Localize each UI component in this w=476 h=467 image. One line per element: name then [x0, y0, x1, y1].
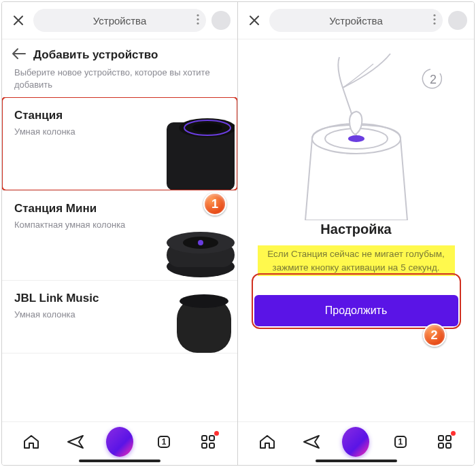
step-indicator: 2 — [420, 67, 447, 94]
header-title: Устройства — [329, 15, 382, 27]
device-name: Станция — [14, 109, 75, 122]
svg-point-25 — [348, 135, 364, 142]
svg-rect-28 — [446, 436, 451, 440]
page-subheader: Добавить устройство — [2, 39, 237, 67]
bottom-nav: 1 — [2, 421, 237, 465]
nav-apps-icon[interactable] — [431, 428, 458, 455]
nav-home-icon[interactable] — [254, 428, 281, 455]
nav-send-icon[interactable] — [62, 428, 89, 455]
step-badge-1: 1 — [203, 192, 226, 215]
svg-rect-17 — [202, 443, 207, 448]
continue-button[interactable]: Продолжить — [254, 295, 458, 326]
setup-illustration-icon — [275, 50, 438, 220]
svg-rect-15 — [202, 436, 207, 440]
nav-assistant-icon[interactable] — [106, 428, 133, 455]
nav-apps-icon[interactable] — [194, 428, 222, 455]
header-pill[interactable]: Устройства — [269, 9, 443, 32]
device-card-station[interactable]: Станция Умная колонка — [2, 97, 237, 190]
device-subtitle: Умная колонка — [14, 309, 99, 319]
svg-point-21 — [433, 22, 435, 24]
setup-hint: Если Станция сейчас не мигает голубым, з… — [258, 245, 455, 276]
nav-tabs-icon[interactable]: 1 — [387, 428, 414, 455]
svg-point-0 — [197, 14, 199, 16]
page-instruction: Выберите новое устройство, которое вы хо… — [2, 67, 237, 97]
tab-count: 1 — [398, 437, 403, 447]
header-title: Устройства — [93, 15, 146, 27]
svg-rect-30 — [446, 443, 451, 448]
nav-home-icon[interactable] — [18, 428, 45, 455]
svg-point-11 — [198, 240, 203, 245]
avatar[interactable] — [448, 11, 467, 30]
svg-rect-18 — [209, 443, 214, 448]
device-card-jbl[interactable]: JBL Link Music Умная колонка — [2, 280, 237, 353]
svg-rect-16 — [209, 436, 214, 440]
svg-point-1 — [197, 18, 199, 20]
device-image — [142, 202, 237, 280]
continue-button-highlight: Продолжить 2 — [254, 276, 458, 326]
svg-rect-27 — [439, 436, 443, 440]
device-card-station-mini[interactable]: Станция Мини Компактная умная колонка — [2, 190, 237, 280]
notification-dot-icon — [214, 431, 219, 436]
close-icon[interactable] — [9, 11, 28, 30]
svg-text:2: 2 — [430, 73, 437, 86]
topbar: Устройства — [238, 2, 474, 39]
svg-point-6 — [192, 123, 222, 133]
setup-title: Настройка — [320, 222, 391, 237]
home-indicator — [79, 460, 160, 462]
more-icon[interactable] — [433, 14, 436, 27]
tab-count: 1 — [162, 437, 167, 447]
device-subtitle: Компактная умная колонка — [14, 220, 125, 230]
device-name: Станция Мини — [14, 202, 125, 215]
step-badge-2: 2 — [423, 324, 446, 347]
topbar: Устройства — [2, 2, 237, 39]
svg-rect-29 — [439, 443, 443, 448]
back-arrow-icon[interactable] — [12, 48, 27, 63]
svg-point-20 — [433, 18, 435, 20]
home-indicator — [316, 460, 397, 462]
nav-send-icon[interactable] — [298, 428, 325, 455]
device-name: JBL Link Music — [14, 292, 99, 305]
device-list: Станция Умная колонка 1 — [2, 97, 237, 421]
svg-point-13 — [180, 294, 228, 308]
device-subtitle: Умная колонка — [14, 126, 75, 137]
svg-point-2 — [197, 22, 199, 24]
header-pill[interactable]: Устройства — [33, 9, 206, 32]
nav-assistant-icon[interactable] — [342, 428, 369, 455]
more-icon[interactable] — [197, 14, 199, 27]
close-icon[interactable] — [245, 11, 264, 30]
bottom-nav: 1 — [238, 421, 474, 465]
device-image — [142, 292, 237, 353]
nav-tabs-icon[interactable]: 1 — [150, 428, 177, 455]
avatar[interactable] — [211, 11, 231, 30]
phone-left: Устройства Добавить устройство Выберите … — [2, 2, 238, 465]
setup-body: 2 Настройка Если Станция сейч — [238, 39, 474, 421]
svg-point-19 — [433, 14, 435, 16]
phone-right: Устройства 2 — [238, 2, 474, 465]
notification-dot-icon — [451, 431, 456, 436]
page-title: Добавить устройство — [33, 48, 158, 62]
device-image — [142, 109, 237, 190]
